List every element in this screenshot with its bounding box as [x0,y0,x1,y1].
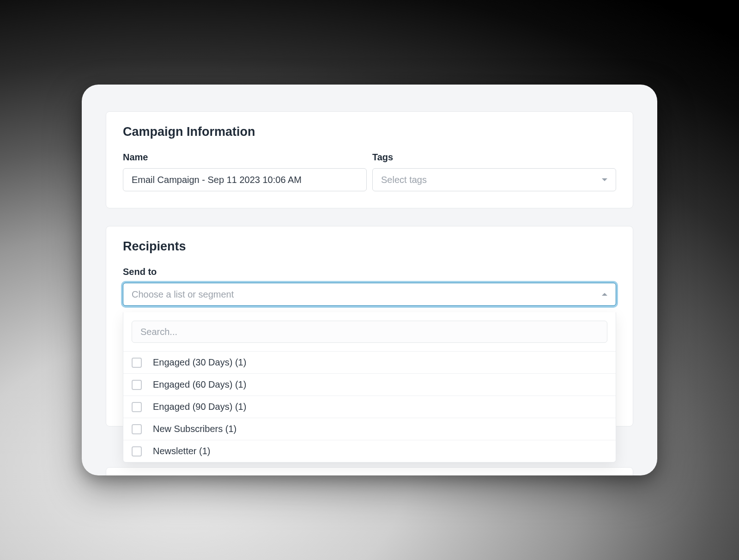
dropdown-search-wrap [123,312,616,351]
list-option[interactable]: Engaged (30 Days) (1) [123,351,616,373]
recipients-card: Recipients Send to Choose a list or segm… [106,226,633,426]
campaign-info-card: Campaign Information Name Tags Select ta… [106,111,633,208]
name-input[interactable] [123,168,367,191]
checkbox-icon[interactable] [132,424,142,434]
dropdown-search-input[interactable] [132,321,607,343]
list-option[interactable]: New Subscribers (1) [123,418,616,440]
list-option[interactable]: Engaged (60 Days) (1) [123,373,616,396]
name-label: Name [123,152,367,163]
option-label: Engaged (60 Days) (1) [153,379,246,390]
chevron-up-icon [602,293,607,296]
tags-field: Tags Select tags [372,152,616,191]
next-card-peek [106,467,633,475]
tags-select[interactable]: Select tags [372,168,616,191]
chevron-down-icon [602,178,607,181]
checkbox-icon[interactable] [132,446,142,457]
checkbox-icon[interactable] [132,380,142,390]
name-field: Name [123,152,367,191]
option-label: Engaged (90 Days) (1) [153,402,246,412]
tags-placeholder: Select tags [381,175,427,185]
checkbox-icon[interactable] [132,402,142,412]
tags-label: Tags [372,152,616,163]
send-to-dropdown: Engaged (30 Days) (1) Engaged (60 Days) … [123,312,616,463]
campaign-fields-row: Name Tags Select tags [123,152,616,191]
option-label: Newsletter (1) [153,446,210,457]
recipients-title: Recipients [123,239,616,254]
app-window: Campaign Information Name Tags Select ta… [82,85,657,475]
checkbox-icon[interactable] [132,358,142,368]
send-to-label: Send to [123,267,616,277]
option-label: Engaged (30 Days) (1) [153,357,246,368]
send-to-field: Send to Choose a list or segment [123,267,616,306]
list-option[interactable]: Engaged (90 Days) (1) [123,396,616,418]
send-to-select[interactable]: Choose a list or segment [123,283,616,306]
option-label: New Subscribers (1) [153,424,236,434]
send-to-placeholder: Choose a list or segment [132,289,234,300]
campaign-info-title: Campaign Information [123,125,616,139]
list-option[interactable]: Newsletter (1) [123,440,616,462]
